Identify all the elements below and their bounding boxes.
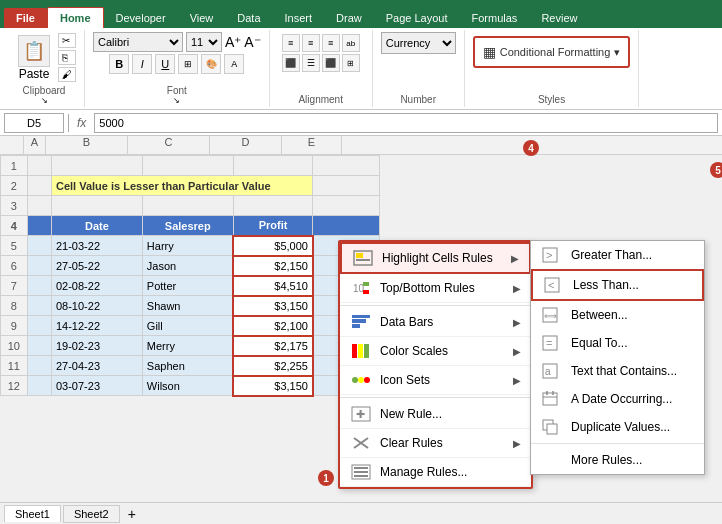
submenu-dateoccurring[interactable]: A Date Occurring... xyxy=(531,385,704,413)
submenu-textcontains[interactable]: a Text that Contains... xyxy=(531,357,704,385)
cell-d12[interactable]: $3,150 xyxy=(233,376,313,396)
cell-c11[interactable]: Saphen xyxy=(142,356,233,376)
cell-b8[interactable]: 08-10-22 xyxy=(51,296,142,316)
cell-e2[interactable] xyxy=(313,176,380,196)
tab-view[interactable]: View xyxy=(178,8,226,28)
cell-a8[interactable] xyxy=(27,296,51,316)
cell-d7[interactable]: $4,510 xyxy=(233,276,313,296)
cell-c4[interactable]: Salesrep xyxy=(142,216,233,236)
sheet-tab-2[interactable]: Sheet2 xyxy=(63,505,120,523)
tab-developer[interactable]: Developer xyxy=(104,8,178,28)
cf-menu-managerules[interactable]: Manage Rules... xyxy=(340,458,531,487)
number-format-select[interactable]: Currency xyxy=(381,32,456,54)
add-sheet-button[interactable]: + xyxy=(122,506,142,522)
border-button[interactable]: ⊞ xyxy=(178,54,198,74)
align-right-button[interactable]: ⬛ xyxy=(322,54,340,72)
italic-button[interactable]: I xyxy=(132,54,152,74)
underline-button[interactable]: U xyxy=(155,54,175,74)
cf-menu-iconsets[interactable]: Icon Sets ▶ xyxy=(340,366,531,395)
cell-a11[interactable] xyxy=(27,356,51,376)
cell-a10[interactable] xyxy=(27,336,51,356)
cell-d5[interactable]: $5,000 xyxy=(233,236,313,256)
cell-b3[interactable] xyxy=(51,196,142,216)
cell-a12[interactable] xyxy=(27,376,51,396)
cell-b7[interactable]: 02-08-22 xyxy=(51,276,142,296)
submenu-duplicates[interactable]: Duplicate Values... xyxy=(531,413,704,441)
conditional-formatting-button[interactable]: ▦ Conditional Formatting ▾ xyxy=(473,36,631,68)
cell-a5[interactable] xyxy=(27,236,51,256)
fill-color-button[interactable]: 🎨 xyxy=(201,54,221,74)
cell-c7[interactable]: Potter xyxy=(142,276,233,296)
merge-button[interactable]: ⊞ xyxy=(342,54,360,72)
cell-d9[interactable]: $2,100 xyxy=(233,316,313,336)
cell-b6[interactable]: 27-05-22 xyxy=(51,256,142,276)
font-color-button[interactable]: A xyxy=(224,54,244,74)
clipboard-launcher[interactable]: ↘ xyxy=(41,96,48,105)
cell-b1[interactable] xyxy=(51,156,142,176)
cf-menu-topbottom[interactable]: 10 Top/Bottom Rules ▶ xyxy=(340,274,531,303)
submenu-lessthan[interactable]: < Less Than... xyxy=(531,269,704,301)
cell-b12[interactable]: 03-07-23 xyxy=(51,376,142,396)
cell-e1[interactable] xyxy=(313,156,380,176)
format-painter-button[interactable]: 🖌 xyxy=(58,67,76,82)
tab-home[interactable]: Home xyxy=(47,7,104,28)
cell-a9[interactable] xyxy=(27,316,51,336)
align-center-button[interactable]: ☰ xyxy=(302,54,320,72)
align-top-button[interactable]: ≡ xyxy=(282,34,300,52)
cf-menu-databars[interactable]: Data Bars ▶ xyxy=(340,308,531,337)
cell-c9[interactable]: Gill xyxy=(142,316,233,336)
tab-insert[interactable]: Insert xyxy=(273,8,325,28)
cell-d3[interactable] xyxy=(233,196,313,216)
cf-menu-highlight[interactable]: Highlight Cells Rules ▶ xyxy=(340,242,531,274)
copy-button[interactable]: ⎘ xyxy=(58,50,76,65)
cell-b11[interactable]: 27-04-23 xyxy=(51,356,142,376)
align-middle-button[interactable]: ≡ xyxy=(302,34,320,52)
submenu-greaterthan[interactable]: > Greater Than... xyxy=(531,241,704,269)
cell-c8[interactable]: Shawn xyxy=(142,296,233,316)
font-launcher[interactable]: ↘ xyxy=(173,96,180,105)
tab-formulas[interactable]: Formulas xyxy=(460,8,530,28)
align-bottom-button[interactable]: ≡ xyxy=(322,34,340,52)
cell-d8[interactable]: $3,150 xyxy=(233,296,313,316)
cell-d11[interactable]: $2,255 xyxy=(233,356,313,376)
cell-c5[interactable]: Harry xyxy=(142,236,233,256)
font-name-select[interactable]: Calibri xyxy=(93,32,183,52)
font-size-select[interactable]: 11 xyxy=(186,32,222,52)
tab-review[interactable]: Review xyxy=(529,8,589,28)
increase-font-button[interactable]: A⁺ xyxy=(225,34,241,50)
submenu-morerules[interactable]: More Rules... xyxy=(531,446,704,474)
tab-pagelayout[interactable]: Page Layout xyxy=(374,8,460,28)
title-cell[interactable]: Cell Value is Lesser than Particular Val… xyxy=(51,176,313,196)
cell-a4[interactable] xyxy=(27,216,51,236)
submenu-equalto[interactable]: = Equal To... xyxy=(531,329,704,357)
bold-button[interactable]: B xyxy=(109,54,129,74)
sheet-tab-1[interactable]: Sheet1 xyxy=(4,505,61,522)
cf-menu-colorscales[interactable]: Color Scales ▶ xyxy=(340,337,531,366)
tab-data[interactable]: Data xyxy=(225,8,272,28)
cell-c6[interactable]: Jason xyxy=(142,256,233,276)
paste-button[interactable]: 📋 Paste xyxy=(12,33,56,83)
cell-c10[interactable]: Merry xyxy=(142,336,233,356)
cell-e3[interactable] xyxy=(313,196,380,216)
cell-b9[interactable]: 14-12-22 xyxy=(51,316,142,336)
cell-a3[interactable] xyxy=(27,196,51,216)
cell-a1[interactable] xyxy=(27,156,51,176)
cell-a6[interactable] xyxy=(27,256,51,276)
tab-file[interactable]: File xyxy=(4,8,47,28)
cell-b4[interactable]: Date xyxy=(51,216,142,236)
cell-c12[interactable]: Wilson xyxy=(142,376,233,396)
wrap-text-button[interactable]: ab xyxy=(342,34,360,52)
cf-menu-clearrules[interactable]: Clear Rules ▶ xyxy=(340,429,531,458)
name-box[interactable] xyxy=(4,113,64,133)
decrease-font-button[interactable]: A⁻ xyxy=(244,34,260,50)
cell-a2[interactable] xyxy=(27,176,51,196)
formula-input[interactable] xyxy=(94,113,718,133)
cell-e4[interactable] xyxy=(313,216,380,236)
cell-b5[interactable]: 21-03-22 xyxy=(51,236,142,256)
cell-d1[interactable] xyxy=(233,156,313,176)
tab-draw[interactable]: Draw xyxy=(324,8,374,28)
cell-d6[interactable]: $2,150 xyxy=(233,256,313,276)
cell-b10[interactable]: 19-02-23 xyxy=(51,336,142,356)
cell-d10[interactable]: $2,175 xyxy=(233,336,313,356)
submenu-between[interactable]: ⟺ Between... xyxy=(531,301,704,329)
